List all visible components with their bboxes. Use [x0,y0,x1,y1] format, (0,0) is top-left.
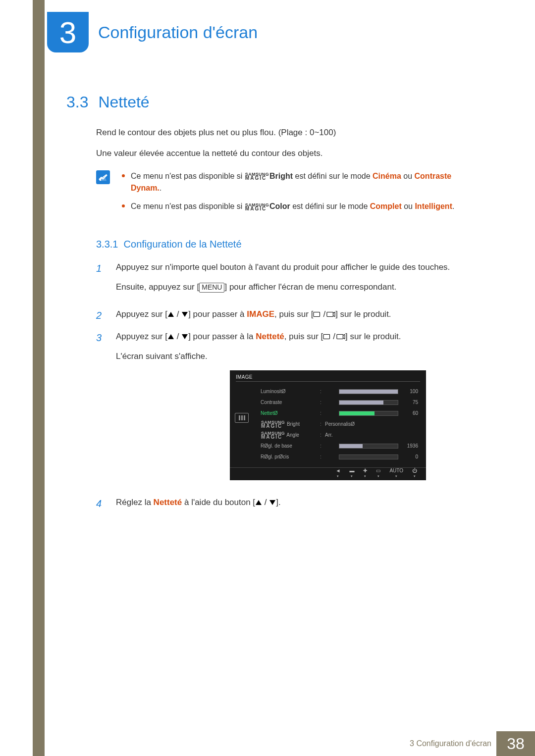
chapter-number-tab: 3 [47,12,89,52]
down-arrow-icon [269,500,275,505]
step-4: 4 Réglez la Netteté à l'aide du bouton [… [96,496,478,511]
footer-page-number: 38 [496,731,535,756]
up-arrow-icon [168,312,174,317]
page-footer: 3 Configuration d'écran 38 [45,731,535,756]
down-arrow-icon [182,312,188,317]
enter-source-icons: / [323,330,345,343]
svg-point-0 [100,179,101,180]
subsection-title: Configuration de la Netteté [124,239,242,250]
subsection-heading: 3.3.1 Configuration de la Netteté [96,239,478,250]
osd-bottom-icon: ✚▾ [363,468,367,479]
subsection-number: 3.3.1 [96,239,118,250]
section-title: Netteté [98,93,149,111]
section-number: 3.3 [66,93,96,111]
enter-source-icons: / [313,308,335,321]
osd-row: SAMSUNGMAGIC Angle:Arr. [261,430,418,441]
osd-row: RØgl. prØcis:0 [261,452,418,462]
osd-row: SAMSUNGMAGIC Bright:PersonnalisØ [261,419,418,430]
samsung-magic-logo: SAMSUNGMAGIC [245,203,269,211]
osd-screenshot: IMAGE LuminositØ:100Contraste:75NettetØ:… [230,370,426,480]
osd-bottom-icon: ◄▾ [335,468,340,479]
content-area: 3.3 Netteté Rend le contour des objets p… [66,93,478,518]
osd-tab-label: IMAGE [236,373,253,381]
osd-side-icon [235,413,249,423]
osd-row: NettetØ:60 [261,408,418,419]
step-2: 2 Appuyez sur [ / ] pour passer à IMAGE,… [96,308,478,323]
osd-bottom-icon: ▭▾ [376,468,380,479]
step-3: 3 Appuyez sur [ / ] pour passer à la Net… [96,330,478,489]
side-stripe [33,0,45,756]
osd-bottom-icon: ⏻▾ [412,468,417,479]
note-icon [96,170,110,184]
svg-rect-2 [327,312,333,317]
up-arrow-icon [168,334,174,339]
steps-list: 1 Appuyez sur n'importe quel bouton à l'… [96,261,478,511]
step-1: 1 Appuyez sur n'importe quel bouton à l'… [96,261,478,301]
svg-rect-3 [323,335,330,339]
osd-rows: LuminositØ:100Contraste:75NettetØ:60SAMS… [261,386,418,462]
intro-line-1: Rend le contour des objets plus net ou p… [96,126,478,139]
up-arrow-icon [256,500,262,505]
osd-row: Contraste:75 [261,397,418,408]
intro-paragraphs: Rend le contour des objets plus net ou p… [96,126,478,160]
osd-bottom-icon: AUTO▾ [389,468,403,479]
down-arrow-icon [182,334,188,339]
osd-bottom-icon: ▬▾ [349,468,354,479]
note-item-1: Ce menu n'est pas disponible si SAMSUNGM… [120,170,478,195]
chapter-title: Configuration d'écran [98,23,258,42]
intro-line-2: Une valeur élevée accentue la netteté du… [96,147,478,160]
menu-key-label: MENU [199,283,224,292]
samsung-magic-logo: SAMSUNGMAGIC [245,173,269,180]
osd-bottom-bar: ◄▾▬▾✚▾▭▾AUTO▾⏻▾ [230,467,426,480]
note-list: Ce menu n'est pas disponible si SAMSUNGM… [120,170,478,219]
osd-row: RØgl. de base:1936 [261,441,418,452]
section-heading: 3.3 Netteté [66,93,478,111]
svg-rect-1 [314,312,320,317]
svg-rect-4 [337,335,343,339]
osd-row: LuminositØ:100 [261,386,418,397]
footer-text: 3 Configuration d'écran [410,739,491,748]
note-item-2: Ce menu n'est pas disponible si SAMSUNGM… [120,201,478,213]
chapter-number: 3 [59,15,76,50]
note-block: Ce menu n'est pas disponible si SAMSUNGM… [96,170,478,219]
